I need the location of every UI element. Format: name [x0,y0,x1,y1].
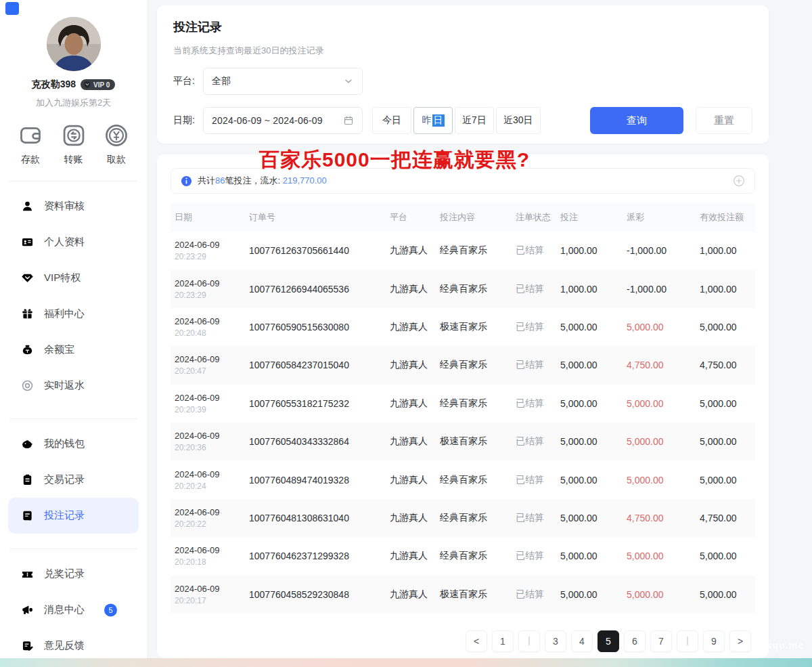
cell-bet-content: 经典百家乐 [440,244,516,257]
platform-select[interactable]: 全部 [203,68,363,95]
sidebar-item-audit[interactable]: 资料审核 [8,188,139,224]
nav-section: 资料审核 个人资料 VIP特权 福利中心 余额宝 [0,181,147,404]
sidebar-item-bets[interactable]: 投注记录 [8,498,139,534]
cell-date: 2024-06-0920:20:24 [175,469,249,491]
cell-valid-bet: 5,000.00 [700,322,751,332]
cell-platform: 九游真人 [390,550,440,562]
cell-date: 2024-06-0920:23:29 [175,278,249,300]
sidebar-item-label: 交易记录 [44,473,85,486]
cell-order-number: 1007761266944065536 [249,284,390,295]
column-header: 投注内容 [440,211,516,223]
cell-payout: 4,750.00 [627,513,700,523]
quick-range-昨日[interactable]: 昨日 [413,107,453,134]
page-subtitle: 当前系统支持查询最近30日的投注记录 [173,45,752,57]
sidebar-item-wallet[interactable]: 我的钱包 [8,426,139,462]
date-range-input[interactable]: 2024-06-09 ~ 2024-06-09 [203,107,363,134]
message-icon [21,603,34,616]
page-button-7[interactable]: 7 [650,630,672,652]
sidebar-item-prize[interactable]: 兑奖记录 [8,556,139,592]
cell-payout: 5,000.00 [627,551,700,561]
corner-chip [5,2,19,15]
sidebar-item-yuebao[interactable]: 余额宝 [8,332,139,368]
sidebar-item-transactions[interactable]: 交易记录 [8,462,139,498]
avatar [47,17,101,71]
page-button-3[interactable]: 3 [545,630,566,652]
bet-count: 86 [215,175,225,186]
deposit-icon [18,123,43,148]
sidebar-item-label: 我的钱包 [44,437,85,450]
cell-platform: 九游真人 [390,397,440,410]
sidebar-item-label: 个人资料 [44,236,85,249]
withdraw-label: 取款 [107,154,126,166]
column-header: 注单状态 [516,211,560,223]
page-ellipsis-button[interactable] [518,630,540,652]
rebate-icon [21,379,34,392]
cell-bet-amount: 1,000.00 [560,284,627,295]
cell-platform: 九游真人 [390,283,440,295]
records-card: 共计86笔投注，流水: 219,770.00 日期订单号平台投注内容注单状态投注… [157,154,769,658]
sidebar-item-label: 福利中心 [44,307,85,320]
sidebar-item-label: 消息中心 [44,603,85,616]
table-body: 2024-06-0920:23:29 1007761263705661440 九… [171,232,755,614]
bets-icon [21,509,34,522]
cell-bet-amount: 5,000.00 [560,551,627,561]
sidebar-item-message[interactable]: 消息中心 5 [8,592,139,628]
transfer-button[interactable]: 转账 [61,123,87,166]
cell-payout: 5,000.00 [627,322,700,332]
page-ellipsis-button[interactable] [677,630,698,652]
watermark: esqu.me [761,640,804,651]
sidebar-item-welfare[interactable]: 福利中心 [8,296,139,332]
prev-page-button[interactable]: < [466,630,487,652]
cell-order-number: 1007760553182175232 [249,398,390,409]
transfer-label: 转账 [64,154,83,166]
sidebar-item-label: 兑奖记录 [44,567,85,580]
cell-date: 2024-06-0920:20:39 [175,393,249,414]
sidebar-item-vip[interactable]: VIP特权 [8,260,139,296]
cell-platform: 九游真人 [390,588,440,601]
unread-count-badge: 5 [104,603,117,616]
cell-bet-content: 极速百家乐 [440,321,516,333]
yuebao-icon [21,343,34,356]
page-button-9[interactable]: 9 [703,630,725,652]
cell-order-number: 1007760590515630080 [249,322,390,332]
page-button-5[interactable]: 5 [597,630,619,652]
withdraw-button[interactable]: 取款 [104,123,129,166]
sidebar-item-label: 意见反馈 [44,639,85,652]
page-button-6[interactable]: 6 [624,630,646,652]
cell-status: 已结算 [516,321,560,333]
next-page-button[interactable]: > [729,630,751,652]
audit-icon [21,200,34,213]
cell-status: 已结算 [516,550,560,562]
table-row: 2024-06-0920:20:36 1007760540343332864 九… [171,423,755,460]
transfer-icon [61,123,87,148]
table-header-row: 日期订单号平台投注内容注单状态投注派彩有效投注额 [171,203,755,232]
quick-range-今日[interactable]: 今日 [372,107,411,134]
page-button-4[interactable]: 4 [571,630,593,652]
reset-button[interactable]: 重置 [696,107,752,134]
sidebar-item-profile[interactable]: 个人资料 [8,224,139,260]
cell-bet-amount: 5,000.00 [560,589,627,600]
page-button-1[interactable]: 1 [492,630,514,652]
cell-valid-bet: 5,000.00 [700,589,751,600]
cell-payout: 4,750.00 [627,360,700,370]
plus-circle-icon[interactable] [733,175,745,187]
cell-valid-bet: 5,000.00 [700,475,751,486]
sidebar-item-rebate[interactable]: 实时返水 [8,368,139,404]
cell-payout: 5,000.00 [627,398,700,409]
wallet-icon [21,437,34,450]
cell-date: 2024-06-0920:20:36 [175,431,249,452]
vip-shield-icon [83,81,91,89]
deposit-button[interactable]: 存款 [18,123,43,166]
avatar-photo [47,17,101,71]
search-button[interactable]: 查询 [590,107,683,134]
column-header: 有效投注额 [700,211,751,223]
summary-text: 共计86笔投注，流水: 219,770.00 [198,175,327,187]
cell-bet-amount: 5,000.00 [560,513,627,523]
cell-bet-content: 经典百家乐 [440,550,516,562]
cell-bet-amount: 1,000.00 [560,245,627,256]
info-icon [181,175,192,187]
cell-date: 2024-06-0920:20:47 [175,354,249,376]
quick-range-近30日[interactable]: 近30日 [496,107,541,134]
quick-range-近7日[interactable]: 近7日 [455,107,494,134]
cell-status: 已结算 [516,283,560,295]
